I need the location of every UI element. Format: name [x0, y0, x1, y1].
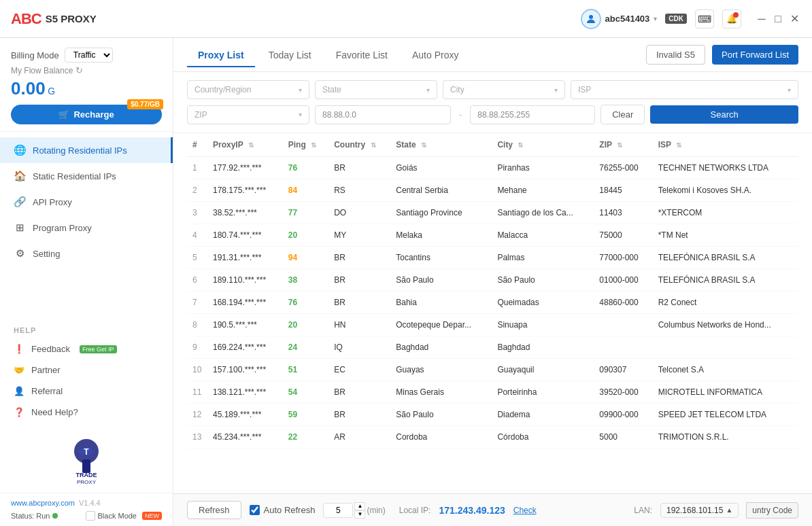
sidebar: Billing Mode Traffic My Flow Balance ↻ 0…	[0, 38, 173, 526]
table-row[interactable]: 9 169.224.***.*** 24 IQ Baghdad Baghdad	[187, 336, 798, 359]
cell-country: RS	[328, 179, 390, 202]
sidebar-item-need-help[interactable]: ❓ Need Help?	[14, 402, 159, 423]
recharge-button[interactable]: 🛒 Recharge $0.77/GB	[11, 105, 162, 124]
sidebar-item-feedback[interactable]: ❗ Feedback Free Get IP	[14, 338, 159, 360]
table-row[interactable]: 2 178.175.***.*** 84 RS Central Serbia M…	[187, 179, 798, 202]
maximize-button[interactable]: □	[771, 12, 785, 26]
cell-country: MY	[328, 224, 390, 247]
cell-ip: 138.121.***.***	[207, 381, 283, 404]
api-icon: 🔗	[14, 196, 26, 208]
zip-dropdown-icon: ▾	[299, 111, 302, 118]
billing-select[interactable]: Traffic	[65, 48, 113, 63]
ip-from-input[interactable]	[315, 105, 451, 124]
cell-num: 12	[187, 404, 207, 426]
status-text: Status: Run	[11, 512, 50, 520]
state-select[interactable]: State ▾	[315, 80, 437, 99]
billing-section: Billing Mode Traffic My Flow Balance ↻ 0…	[0, 38, 173, 132]
sidebar-item-static[interactable]: 🏠 Static Residential IPs	[0, 163, 173, 189]
interval-input[interactable]	[323, 503, 353, 518]
check-link[interactable]: Check	[513, 506, 537, 515]
keyboard-icon-btn[interactable]: ⌨	[695, 10, 714, 29]
tab-auto-proxy[interactable]: Auto Proxy	[401, 44, 469, 67]
user-dropdown-icon[interactable]: ▾	[654, 15, 657, 22]
proxy-table: # ProxyIP ⇅ Ping ⇅ Country ⇅ State ⇅ Cit…	[187, 133, 798, 449]
cdk-badge: CDK	[665, 14, 687, 24]
clear-button[interactable]: Clear	[600, 105, 645, 124]
country-code-button[interactable]: untry Code	[746, 502, 798, 519]
col-city: City ⇅	[492, 133, 594, 157]
table-row[interactable]: 5 191.31.***.*** 94 BR Tocantins Palmas …	[187, 247, 798, 269]
cell-state: São Paulo	[390, 269, 492, 292]
lan-ip-spinner[interactable]: ▲	[726, 506, 732, 514]
tab-proxy-list[interactable]: Proxy List	[187, 44, 255, 67]
logo: ABC S5 PROXY	[11, 10, 97, 28]
svg-text:T: T	[84, 447, 89, 457]
tabs-right: Invalid S5 Port Forward List	[646, 45, 798, 65]
col-country: Country ⇅	[328, 133, 390, 157]
country-dropdown-icon: ▾	[299, 86, 302, 94]
cell-isp: Columbus Networks de Hond...	[653, 314, 798, 336]
table-row[interactable]: 8 190.5.***.*** 20 HN Ocotepeque Depar..…	[187, 314, 798, 336]
help-label: HELP	[14, 326, 159, 334]
balance-refresh-icon[interactable]: ↻	[75, 65, 83, 75]
cell-ping: 77	[283, 202, 328, 224]
interval-down-button[interactable]: ▼	[354, 510, 365, 519]
cell-ping: 20	[283, 224, 328, 247]
isp-placeholder: ISP	[578, 85, 591, 94]
sidebar-item-api[interactable]: 🔗 API Proxy	[0, 189, 173, 215]
table-row[interactable]: 3 38.52.***.*** 77 DO Santiago Province …	[187, 202, 798, 224]
cell-country: IQ	[328, 336, 390, 359]
tab-today-list[interactable]: Today List	[258, 44, 322, 67]
sidebar-item-api-label: API Proxy	[33, 197, 72, 207]
port-forward-button[interactable]: Port Forward List	[712, 45, 798, 65]
cell-state: Ocotepeque Depar...	[390, 314, 492, 336]
ip-to-input[interactable]	[470, 105, 595, 124]
cell-zip: 48860-000	[594, 292, 652, 314]
refresh-button[interactable]: Refresh	[187, 501, 241, 519]
setting-icon: ⚙	[14, 247, 26, 260]
sidebar-item-rotating[interactable]: 🌐 Rotating Residential IPs	[0, 137, 173, 163]
country-region-select[interactable]: Country/Region ▾	[187, 80, 309, 99]
notification-bell-btn[interactable]: 🔔	[722, 10, 741, 29]
table-row[interactable]: 11 138.121.***.*** 54 BR Minas Gerais Po…	[187, 381, 798, 404]
auto-refresh-checkbox[interactable]	[250, 505, 260, 515]
sidebar-item-referral[interactable]: 👤 Referral	[14, 381, 159, 402]
zip-select[interactable]: ZIP ▾	[187, 105, 309, 124]
table-row[interactable]: 12 45.189.***.*** 59 BR São Paulo Diadem…	[187, 404, 798, 426]
table-row[interactable]: 7 168.194.***.*** 76 BR Bahia Queimadas …	[187, 292, 798, 314]
site-link[interactable]: www.abcproxy.com	[11, 499, 75, 507]
isp-select[interactable]: ISP ▾	[571, 80, 798, 99]
cell-zip: 5000	[594, 426, 652, 449]
city-placeholder: City	[450, 85, 464, 94]
cell-ip: 178.175.***.***	[207, 179, 283, 202]
sidebar-item-partner[interactable]: 🤝 Partner	[14, 360, 159, 381]
table-row[interactable]: 6 189.110.***.*** 38 BR São Paulo São Pa…	[187, 269, 798, 292]
minimize-button[interactable]: ─	[755, 12, 768, 26]
invalid-s5-button[interactable]: Invalid S5	[646, 45, 705, 65]
cell-country: DO	[328, 202, 390, 224]
city-select[interactable]: City ▾	[443, 80, 565, 99]
sidebar-item-program[interactable]: ⊞ Program Proxy	[0, 215, 173, 241]
cell-num: 6	[187, 269, 207, 292]
col-isp: ISP ⇅	[653, 133, 798, 157]
cell-city: Santiago de los Ca...	[492, 202, 594, 224]
table-row[interactable]: 13 45.234.***.*** 22 AR Cordoba Córdoba …	[187, 426, 798, 449]
cell-isp: TELEFÓNICA BRASIL S.A	[653, 269, 798, 292]
black-mode-checkbox[interactable]	[86, 511, 95, 521]
sidebar-item-setting[interactable]: ⚙ Setting	[0, 241, 173, 266]
cell-city: São Paulo	[492, 269, 594, 292]
cell-zip	[594, 336, 652, 359]
col-num: #	[187, 133, 207, 157]
cell-country: BR	[328, 247, 390, 269]
interval-up-button[interactable]: ▲	[354, 502, 365, 510]
lan-ip-display: 192.168.101.15 ▲	[660, 503, 739, 518]
table-row[interactable]: 10 157.100.***.*** 51 EC Guayas Guayaqui…	[187, 359, 798, 381]
tab-favorite-list[interactable]: Favorite List	[325, 44, 399, 67]
close-button[interactable]: ✕	[788, 12, 801, 26]
cell-country: BR	[328, 157, 390, 179]
table-row[interactable]: 4 180.74.***.*** 20 MY Melaka Malacca 75…	[187, 224, 798, 247]
cell-city: Mehane	[492, 179, 594, 202]
table-row[interactable]: 1 177.92.***.*** 76 BR Goiás Piranhas 76…	[187, 157, 798, 179]
black-mode-toggle[interactable]: Black Mode NEW	[86, 511, 162, 521]
search-button[interactable]: Search	[650, 105, 798, 124]
